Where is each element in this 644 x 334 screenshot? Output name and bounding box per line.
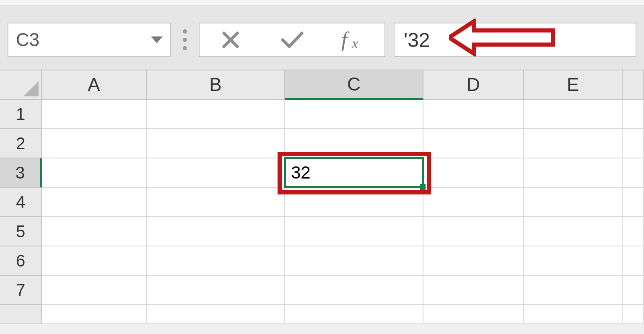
- cell-B6[interactable]: [147, 246, 285, 276]
- row-header-1[interactable]: 1: [0, 100, 42, 129]
- svg-marker-4: [449, 21, 553, 54]
- col-header-D[interactable]: D: [423, 70, 524, 100]
- row-7: 7: [0, 276, 644, 305]
- row-header-8[interactable]: [0, 305, 42, 324]
- row-8: [0, 305, 644, 324]
- cancel-icon[interactable]: [218, 27, 243, 52]
- row-header-7[interactable]: 7: [0, 276, 42, 305]
- svg-text:x: x: [351, 36, 358, 51]
- cell-C1[interactable]: [285, 100, 423, 129]
- spreadsheet-grid: A B C D E 1 2 3 32: [0, 70, 644, 324]
- cell-E7[interactable]: [524, 276, 623, 305]
- cell-A4[interactable]: [42, 188, 147, 217]
- cell-A8[interactable]: [42, 305, 147, 324]
- col-header-E[interactable]: E: [524, 70, 623, 100]
- cell-B5[interactable]: [147, 217, 285, 246]
- cell-F6[interactable]: [623, 246, 644, 276]
- name-box-value: C3: [16, 29, 39, 50]
- cell-F8[interactable]: [623, 305, 644, 324]
- row-2: 2: [0, 129, 644, 158]
- svg-text:f: f: [341, 29, 350, 51]
- cell-E6[interactable]: [524, 246, 623, 276]
- annotation-arrow-icon: [449, 19, 558, 61]
- cell-C5[interactable]: [285, 217, 423, 246]
- row-6: 6: [0, 246, 644, 276]
- row-header-5[interactable]: 5: [0, 217, 42, 246]
- col-header-extra[interactable]: [623, 70, 644, 100]
- insert-function-icon[interactable]: f x: [341, 27, 366, 52]
- cell-B8[interactable]: [147, 305, 285, 324]
- cell-D6[interactable]: [423, 246, 524, 276]
- cell-A3[interactable]: [42, 158, 147, 188]
- cell-E5[interactable]: [524, 217, 623, 246]
- cell-B2[interactable]: [147, 129, 285, 158]
- cell-A7[interactable]: [42, 276, 147, 305]
- cell-A2[interactable]: [42, 129, 147, 158]
- cell-C2[interactable]: [285, 129, 423, 158]
- cell-D8[interactable]: [423, 305, 524, 324]
- cell-F2[interactable]: [623, 129, 644, 158]
- cell-E4[interactable]: [524, 188, 623, 217]
- fill-handle[interactable]: [420, 184, 426, 190]
- cell-F3[interactable]: [623, 158, 644, 188]
- cell-C8[interactable]: [285, 305, 423, 324]
- cell-D4[interactable]: [423, 188, 524, 217]
- cell-D3[interactable]: [423, 158, 524, 188]
- cell-C6[interactable]: [285, 246, 423, 276]
- cell-A6[interactable]: [42, 246, 147, 276]
- cell-E1[interactable]: [524, 100, 623, 129]
- cell-E8[interactable]: [524, 305, 623, 324]
- cell-F5[interactable]: [623, 217, 644, 246]
- cell-B1[interactable]: [147, 100, 285, 129]
- col-header-C[interactable]: C: [285, 70, 423, 100]
- formula-bar-area: C3 f x '32: [0, 6, 644, 70]
- row-header-4[interactable]: 4: [0, 188, 42, 217]
- cell-C3[interactable]: 32: [285, 158, 423, 188]
- svg-marker-5: [23, 81, 39, 96]
- row-1: 1: [0, 100, 644, 129]
- formula-input-text: '32: [404, 28, 430, 52]
- row-5: 5: [0, 217, 644, 246]
- cell-A1[interactable]: [42, 100, 147, 129]
- cell-F7[interactable]: [623, 276, 644, 305]
- row-header-6[interactable]: 6: [0, 246, 42, 276]
- name-box[interactable]: C3: [8, 23, 171, 57]
- cell-C3-value: 32: [291, 163, 311, 183]
- window-top-strip: [0, 0, 644, 6]
- enter-icon[interactable]: [280, 27, 305, 52]
- formula-bar-buttons: f x: [199, 23, 385, 57]
- column-headers: A B C D E: [0, 70, 644, 100]
- cell-B3[interactable]: [147, 158, 285, 188]
- cell-B7[interactable]: [147, 276, 285, 305]
- cell-C4[interactable]: [285, 188, 423, 217]
- cell-A5[interactable]: [42, 217, 147, 246]
- cell-B4[interactable]: [147, 188, 285, 217]
- vertical-dots-icon[interactable]: [179, 29, 190, 50]
- chevron-down-icon[interactable]: [151, 36, 163, 43]
- row-4: 4: [0, 188, 644, 217]
- row-header-2[interactable]: 2: [0, 129, 42, 158]
- cell-F4[interactable]: [623, 188, 644, 217]
- row-3: 3 32: [0, 158, 644, 188]
- cell-D1[interactable]: [423, 100, 524, 129]
- cell-D7[interactable]: [423, 276, 524, 305]
- cell-F1[interactable]: [623, 100, 644, 129]
- cell-E2[interactable]: [524, 129, 623, 158]
- select-all-corner[interactable]: [0, 70, 42, 100]
- col-header-B[interactable]: B: [147, 70, 285, 100]
- row-header-3[interactable]: 3: [0, 158, 42, 188]
- cell-E3[interactable]: [524, 158, 623, 188]
- formula-input[interactable]: '32: [394, 23, 636, 57]
- cell-D2[interactable]: [423, 129, 524, 158]
- cell-D5[interactable]: [423, 217, 524, 246]
- cell-C7[interactable]: [285, 276, 423, 305]
- col-header-A[interactable]: A: [42, 70, 147, 100]
